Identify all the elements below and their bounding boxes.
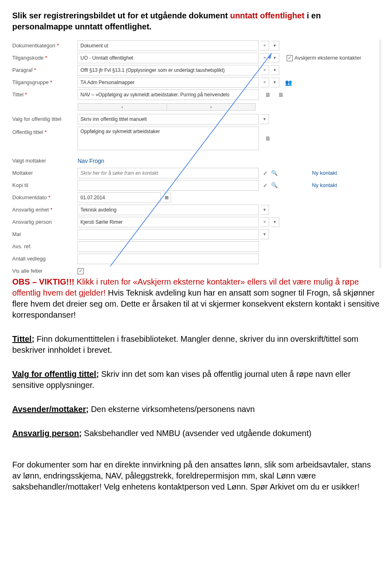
avskjerm-checkbox[interactable]: ✓ Avskjerm eksterne kontakter bbox=[287, 55, 361, 61]
chevron-down-icon[interactable]: ▾ bbox=[271, 78, 279, 87]
dokumentdato-input[interactable]: 01.07.2014 bbox=[78, 192, 161, 203]
tittel-input[interactable]: NAV – «Oppfølging av sykmeldt arbeidstak… bbox=[78, 89, 259, 100]
check-icon[interactable]: ✓ bbox=[263, 170, 268, 177]
tilgangskode-select[interactable]: UO - Unntatt offentlighet bbox=[78, 53, 259, 63]
valg-paragraph: Valg for offentlig tittel; Skriv inn det… bbox=[12, 369, 380, 391]
clear-icon[interactable]: × bbox=[261, 78, 269, 87]
doc-icon[interactable]: 🗎 bbox=[277, 91, 285, 99]
chevron-down-icon[interactable]: ▾ bbox=[261, 229, 269, 239]
doc-icon[interactable]: 🗎 bbox=[264, 134, 272, 142]
label-ansvarlig-enhet: Ansvarlig enhet * bbox=[12, 207, 78, 213]
kopi-til-input[interactable] bbox=[78, 180, 259, 191]
label-avs-ref: Avs. ref. bbox=[12, 243, 78, 250]
scroll-right-button[interactable]: › bbox=[167, 103, 256, 111]
label-dokumentkategori: Dokumentkategori * bbox=[12, 42, 78, 49]
clear-icon[interactable]: × bbox=[261, 217, 269, 227]
label-ansvarlig-person: Ansvarlig person bbox=[12, 219, 78, 225]
check-icon[interactable]: ✓ bbox=[263, 182, 268, 189]
label-valg-offentlig: Valg for offentlig tittel bbox=[12, 116, 78, 122]
chevron-down-icon[interactable]: ▾ bbox=[271, 217, 279, 227]
label-antall-vedlegg: Antall vedlegg bbox=[12, 256, 78, 262]
label-tilgangskode: Tilgangskode * bbox=[12, 55, 78, 61]
label-offentlig-tittel: Offentlig tittel * bbox=[12, 127, 78, 136]
label-kopi-til: Kopi til bbox=[12, 182, 78, 189]
valg-offentlig-select[interactable]: Skriv inn offentlig tittel manuelt bbox=[78, 114, 259, 125]
label-mal: Mal bbox=[12, 231, 78, 238]
ansvarlig-paragraph: Ansvarlig person; Saksbehandler ved NMBU… bbox=[12, 428, 380, 439]
mottaker-search-input[interactable]: Skriv her for å søke fram en kontakt bbox=[78, 168, 259, 178]
ansvarlig-enhet-select[interactable]: Teknisk avdeling bbox=[78, 205, 259, 215]
label-valgt-mottaker: Valgt mottaker bbox=[12, 158, 78, 164]
ny-kontakt-link[interactable]: Ny kontakt bbox=[312, 182, 337, 189]
label-mottaker: Mottaker bbox=[12, 170, 78, 176]
dokumentkategori-select[interactable]: Dokument ut bbox=[78, 40, 259, 51]
label-vis-alle-felter: Vis alle felter bbox=[12, 268, 78, 274]
offentlig-tittel-textarea[interactable]: Oppfølging av sykmeldt arbeidstaker bbox=[78, 127, 259, 150]
search-icon[interactable]: 🔍 bbox=[271, 182, 278, 189]
chevron-down-icon[interactable]: ▾ bbox=[271, 41, 279, 51]
antall-vedlegg-input[interactable] bbox=[78, 254, 259, 264]
paragraf-select[interactable]: Offl §13 jfr Fvl §13.1 (Opplysninger som… bbox=[78, 65, 259, 76]
chevron-down-icon[interactable]: ▾ bbox=[271, 53, 279, 63]
label-tilgangsgruppe: Tilgangsgruppe * bbox=[12, 79, 78, 86]
search-icon[interactable]: 🔍 bbox=[271, 170, 278, 176]
label-paragraf: Paragraf * bbox=[12, 67, 78, 73]
ansvarlig-person-select[interactable]: Kjersti Sørlie Rimer bbox=[78, 217, 259, 227]
tilgangsgruppe-select[interactable]: TA Adm Personalmapper bbox=[78, 77, 259, 88]
footer-paragraph: For dokumenter som har en direkte innvir… bbox=[12, 459, 380, 492]
avsender-paragraph: Avsender/mottaker; Den eksterne virksomh… bbox=[12, 404, 380, 415]
obs-paragraph: OBS – VIKTIG!!! Klikk i ruten for «Avskj… bbox=[12, 276, 380, 321]
chevron-down-icon[interactable]: ▾ bbox=[261, 205, 269, 215]
chevron-down-icon[interactable]: ▾ bbox=[261, 114, 269, 124]
clear-icon[interactable]: × bbox=[261, 53, 269, 63]
people-icon[interactable]: 👥 bbox=[284, 78, 292, 87]
clear-icon[interactable]: × bbox=[261, 65, 269, 75]
mal-select[interactable] bbox=[78, 229, 259, 240]
calendar-icon[interactable]: ▦ bbox=[163, 193, 171, 203]
checkbox-checked-icon: ✓ bbox=[287, 55, 293, 61]
label-tittel: Tittel * bbox=[12, 91, 78, 98]
page-title: Slik ser registreringsbildet ut for et u… bbox=[12, 10, 380, 32]
scrollbar-hint bbox=[379, 40, 381, 268]
scroll-left-button[interactable]: ‹ bbox=[78, 103, 167, 111]
doc-plus-icon[interactable]: 🗎 bbox=[264, 91, 272, 99]
valgt-mottaker-link[interactable]: Nav Frogn bbox=[78, 158, 104, 165]
tittel-paragraph: Tittel; Finn dokumenttittelen i frasebib… bbox=[12, 334, 380, 356]
registration-form: Dokumentkategori * Dokument ut × ▾ Tilga… bbox=[12, 40, 380, 268]
label-dokumentdato: Dokumentdato * bbox=[12, 194, 78, 201]
vis-alle-felter-checkbox[interactable]: ✓ bbox=[78, 268, 84, 274]
clear-icon[interactable]: × bbox=[261, 41, 269, 51]
ny-kontakt-link[interactable]: Ny kontakt bbox=[312, 170, 337, 176]
avs-ref-input[interactable] bbox=[78, 241, 259, 252]
chevron-down-icon[interactable]: ▾ bbox=[271, 65, 279, 75]
